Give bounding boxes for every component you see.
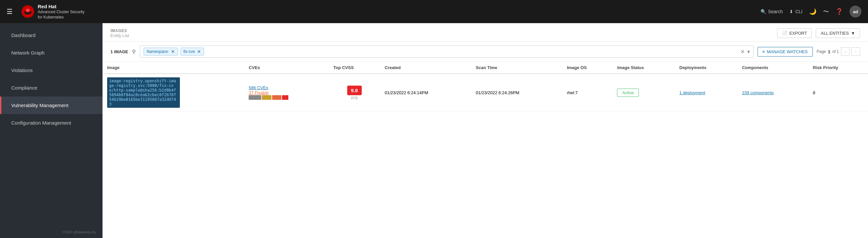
image-name-value: image-registry.openshift-image-registry.… xyxy=(107,77,180,108)
image-count-label: 1 IMAGE xyxy=(111,49,128,54)
page-label: Page xyxy=(817,49,826,54)
cvss-score-value: 9.8 xyxy=(347,86,362,95)
hamburger-icon[interactable]: ☰ xyxy=(7,8,12,15)
sidebar-item-compliance[interactable]: Compliance xyxy=(0,79,102,97)
cell-risk-priority: 8 xyxy=(808,74,868,111)
cell-image-status: Active xyxy=(612,74,675,111)
redhat-logo-icon xyxy=(21,5,34,18)
pagination-prev-button[interactable]: ‹ xyxy=(841,47,849,56)
cell-image: image-registry.openshift-image-registry.… xyxy=(102,74,244,111)
page-section: IMAGES xyxy=(111,28,129,33)
cvss-cell: 9.8 (V3) xyxy=(333,86,375,100)
col-scan-time: Scan Time xyxy=(471,62,562,74)
col-risk-priority: Risk Priority xyxy=(808,62,868,74)
cell-deployments: 1 deployment xyxy=(675,74,737,111)
cve-bar-seg-3 xyxy=(272,95,282,100)
breadcrumb: Entity List xyxy=(111,33,129,38)
pagination: Page 1 of 1 ‹ › xyxy=(817,47,860,56)
pagination-next-button[interactable]: › xyxy=(851,47,860,56)
col-image-os: Image OS xyxy=(562,62,612,74)
cvss-version-label: (V3) xyxy=(351,96,358,100)
page-of: of 1 xyxy=(832,49,839,54)
filter-clear-icon[interactable]: ✕ xyxy=(740,48,745,55)
app-title: Red Hat Advanced Cluster Security for Ku… xyxy=(38,3,84,20)
status-badge: Active xyxy=(617,89,639,97)
cve-fixable-link[interactable]: 37 Fixable xyxy=(249,90,324,95)
filter-icon[interactable]: ⚲ xyxy=(132,48,136,55)
search-button[interactable]: 🔍 Search xyxy=(761,9,783,14)
sidebar-item-vulnerability-management[interactable]: Vulnerability Management xyxy=(0,97,102,114)
sidebar-item-violations[interactable]: Violations xyxy=(0,62,102,79)
table-container: Image CVEs Top CVSS Created Scan Time Im… xyxy=(102,62,868,238)
content-header-right: 📄 EXPORT ALL ENTITIES ▼ xyxy=(777,28,860,38)
svg-point-3 xyxy=(26,9,30,12)
deployments-link[interactable]: 1 deployment xyxy=(680,90,705,95)
filter-tag-fix-cve[interactable]: fix-cve ✕ xyxy=(181,47,204,56)
cli-button[interactable]: ⬇ CLI xyxy=(789,9,803,14)
avatar[interactable]: ad xyxy=(849,6,861,18)
filter-tag-namespace-close[interactable]: ✕ xyxy=(171,49,175,54)
content-header: IMAGES Entity List 📄 EXPORT ALL ENTITIES… xyxy=(102,23,868,42)
cve-bar-seg-1 xyxy=(249,95,261,100)
col-deployments: Deployments xyxy=(675,62,737,74)
filter-expand-icon[interactable]: ▾ xyxy=(747,48,750,55)
export-icon: 📄 xyxy=(782,31,787,36)
filter-tags-container: Namespace: ✕ fix-cve ✕ ✕ ▾ xyxy=(140,46,753,58)
col-image: Image xyxy=(102,62,244,74)
activity-icon[interactable]: 〜 xyxy=(823,8,829,15)
all-entities-button[interactable]: ALL ENTITIES ▼ xyxy=(816,28,860,38)
components-link[interactable]: 239 components xyxy=(742,90,804,95)
theme-toggle-icon[interactable]: 🌙 xyxy=(809,8,816,15)
col-components: Components xyxy=(737,62,808,74)
cve-bar-seg-2 xyxy=(262,95,272,100)
content-header-left: IMAGES Entity List xyxy=(111,28,129,38)
cell-cves: 586 CVEs 37 Fixable xyxy=(244,74,329,111)
search-icon: 🔍 xyxy=(761,9,766,14)
chevron-down-icon: ▼ xyxy=(851,31,855,36)
page-number: 1 xyxy=(828,49,830,54)
cve-bar xyxy=(249,95,288,100)
filter-tag-fix-cve-close[interactable]: ✕ xyxy=(197,49,201,54)
col-created: Created xyxy=(380,62,471,74)
content-area: IMAGES Entity List 📄 EXPORT ALL ENTITIES… xyxy=(102,23,868,238)
sidebar: Dashboard Network Graph Violations Compl… xyxy=(0,23,102,238)
sidebar-item-configuration-management[interactable]: Configuration Management xyxy=(0,114,102,132)
sidebar-item-network-graph[interactable]: Network Graph xyxy=(0,44,102,62)
cve-bar-seg-4 xyxy=(282,95,288,100)
topnav-actions: 🔍 Search ⬇ CLI 🌙 〜 ❓ ad xyxy=(761,6,861,18)
col-cves: CVEs xyxy=(244,62,329,74)
sidebar-item-dashboard[interactable]: Dashboard xyxy=(0,27,102,44)
table-row: image-registry.openshift-image-registry.… xyxy=(102,74,868,111)
cell-created: 01/23/2022 6:24:14PM xyxy=(380,74,471,111)
filter-bar: 1 IMAGE ⚲ Namespace: ✕ fix-cve ✕ ✕ ▾ ≡ M… xyxy=(102,42,868,62)
col-image-status: Image Status xyxy=(612,62,675,74)
filter-tag-namespace[interactable]: Namespace: ✕ xyxy=(144,47,178,56)
download-icon: ⬇ xyxy=(789,9,793,14)
main-layout: Dashboard Network Graph Violations Compl… xyxy=(0,23,868,238)
logo: Red Hat Advanced Cluster Security for Ku… xyxy=(21,3,84,20)
cell-cvss: 9.8 (V3) xyxy=(329,74,380,111)
cell-image-os: rhel:7 xyxy=(562,74,612,111)
cve-count-link[interactable]: 586 CVEs xyxy=(249,85,324,90)
table-header-row: Image CVEs Top CVSS Created Scan Time Im… xyxy=(102,62,868,74)
cell-scan-time: 01/23/2022 6:24:26PM xyxy=(471,74,562,111)
col-top-cvss: Top CVSS xyxy=(329,62,380,74)
topnav: ☰ Red Hat Advanced Cluster Security for … xyxy=(0,0,868,23)
list-icon: ≡ xyxy=(763,49,765,54)
help-icon[interactable]: ❓ xyxy=(836,8,843,15)
images-table: Image CVEs Top CVSS Created Scan Time Im… xyxy=(102,62,868,111)
export-button[interactable]: 📄 EXPORT xyxy=(777,28,812,38)
sidebar-footer: CSDN @dawnsky.liu xyxy=(0,226,102,238)
cell-components: 239 components xyxy=(737,74,808,111)
manage-watches-button[interactable]: ≡ MANAGE WATCHES xyxy=(757,47,813,57)
